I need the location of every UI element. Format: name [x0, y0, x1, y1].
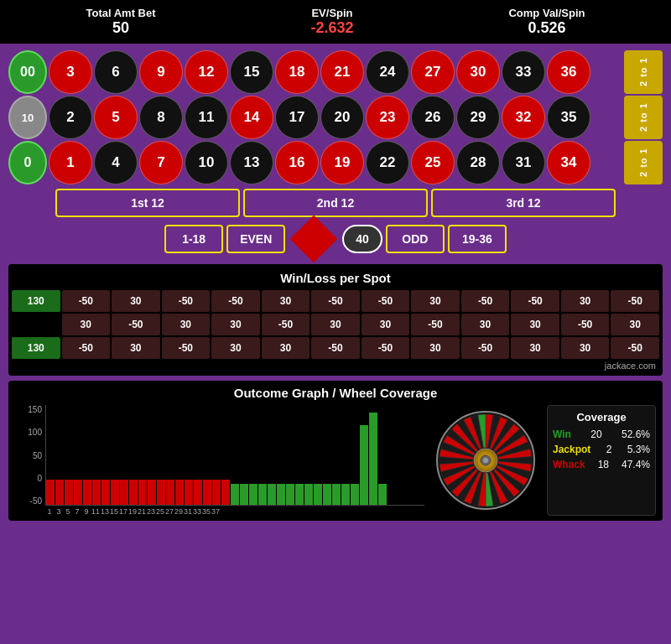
payout-2to1-bot[interactable]: 2 to 1	[624, 141, 663, 184]
comp-val-spin: Comp Val/Spin 0.526	[508, 7, 585, 37]
number-8[interactable]: 8	[139, 96, 183, 139]
number-16[interactable]: 16	[275, 141, 319, 184]
coverage-title: Coverage	[553, 411, 650, 423]
number-6[interactable]: 6	[94, 50, 138, 94]
number-7[interactable]: 7	[139, 141, 183, 184]
number-18[interactable]: 18	[275, 50, 319, 94]
wl-cell: -50	[262, 314, 310, 335]
bet-19-36[interactable]: 19-36	[448, 225, 507, 253]
number-11[interactable]: 11	[185, 96, 228, 139]
coverage-win-pct: 52.6%	[622, 428, 650, 440]
oval-0[interactable]: 0	[8, 141, 47, 184]
number-20[interactable]: 20	[320, 96, 364, 139]
bar	[101, 480, 110, 505]
bar	[295, 484, 304, 505]
dozen-2nd[interactable]: 2nd 12	[243, 189, 428, 217]
y-label-100: 100	[15, 428, 42, 437]
winloss-title: Win/Loss per Spot	[12, 267, 659, 290]
number-4[interactable]: 4	[94, 141, 138, 184]
bar	[369, 413, 377, 505]
wl-cell: 30	[411, 337, 460, 359]
bet-odd[interactable]: ODD	[386, 225, 445, 253]
number-21[interactable]: 21	[320, 50, 364, 94]
payout-2to1-mid[interactable]: 2 to 1	[624, 96, 663, 139]
wl-cell: 30	[62, 314, 111, 335]
bar	[157, 480, 165, 505]
number-15[interactable]: 15	[230, 50, 273, 94]
outcome-content: 150 100 50 0 -50 1 3 5 7 9 11 13 15 17 1…	[15, 405, 656, 516]
number-25[interactable]: 25	[411, 141, 455, 184]
wl-cell: -50	[511, 290, 559, 312]
bet-1-18[interactable]: 1-18	[164, 225, 223, 253]
number-10[interactable]: 10	[185, 141, 228, 184]
number-33[interactable]: 33	[502, 50, 545, 94]
jackace-credit: jackace.com	[12, 359, 659, 372]
number-35[interactable]: 35	[547, 96, 590, 139]
number-22[interactable]: 22	[366, 141, 409, 184]
number-1[interactable]: 1	[49, 141, 92, 184]
number-31[interactable]: 31	[502, 141, 545, 184]
number-36[interactable]: 36	[547, 50, 590, 94]
x-label: 3	[55, 507, 63, 516]
number-12[interactable]: 12	[185, 50, 228, 94]
oval-00[interactable]: 00	[8, 50, 47, 94]
bar	[175, 480, 184, 505]
dozen-3rd[interactable]: 3rd 12	[431, 189, 616, 217]
coverage-jackpot-label: Jackpot	[553, 444, 590, 455]
bar	[286, 484, 294, 505]
bar	[304, 484, 313, 505]
payout-2to1-top[interactable]: 2 to 1	[624, 50, 663, 94]
x-label: 25	[156, 507, 164, 516]
number-30[interactable]: 30	[456, 50, 500, 94]
number-19[interactable]: 19	[320, 141, 364, 184]
wl-cell: 30	[162, 314, 211, 335]
wl-cell: -50	[611, 337, 659, 359]
x-label: 35	[202, 507, 211, 516]
number-32[interactable]: 32	[502, 96, 545, 139]
number-24[interactable]: 24	[366, 50, 409, 94]
total-amt-bet: Total Amt Bet 50	[86, 7, 155, 37]
number-23[interactable]: 23	[366, 96, 409, 139]
number-13[interactable]: 13	[230, 141, 273, 184]
x-label: 23	[147, 507, 155, 516]
bet-even[interactable]: EVEN	[226, 225, 285, 253]
number-2[interactable]: 2	[49, 96, 92, 139]
number-26[interactable]: 26	[411, 96, 455, 139]
coverage-whack-count: 18	[598, 459, 609, 470]
bar	[148, 480, 156, 505]
x-label: 21	[138, 507, 146, 516]
betting-row: 1-18 EVEN 40 ODD 19-36	[8, 222, 663, 256]
bar	[138, 480, 147, 505]
number-14[interactable]: 14	[230, 96, 273, 139]
wl-cell: 30	[461, 314, 510, 335]
wl-cell: -50	[611, 290, 659, 312]
wl-cell: 30	[511, 337, 559, 359]
x-label: 17	[119, 507, 127, 516]
green-col: 00 10 0	[8, 50, 47, 184]
number-34[interactable]: 34	[547, 141, 590, 184]
number-17[interactable]: 17	[275, 96, 319, 139]
wl-cell: 30	[311, 314, 360, 335]
number-3[interactable]: 3	[49, 50, 92, 94]
roulette-section: 00 10 0 3 6 9 12 15 18 21 24 27 30 33 36	[0, 44, 671, 259]
wl-cell: -50	[362, 337, 410, 359]
number-29[interactable]: 29	[456, 96, 500, 139]
wl-cell: 30	[112, 337, 160, 359]
number-5[interactable]: 5	[94, 96, 138, 139]
wl-cell: -50	[362, 290, 410, 312]
bet-40[interactable]: 40	[342, 225, 382, 253]
wl-cell: -50	[112, 314, 160, 335]
total-amt-bet-value: 50	[86, 19, 155, 37]
number-28[interactable]: 28	[456, 141, 500, 184]
number-27[interactable]: 27	[411, 50, 455, 94]
bar	[212, 480, 221, 505]
ev-spin-value: -2.632	[310, 19, 353, 37]
grid-main: 3 6 9 12 15 18 21 24 27 30 33 36 2 5 8 1…	[49, 50, 622, 184]
y-label-50: 50	[15, 451, 42, 460]
oval-10[interactable]: 10	[8, 96, 47, 139]
y-label-0: 0	[15, 474, 42, 483]
grid-row-2: 2 5 8 11 14 17 20 23 26 29 32 35	[49, 96, 622, 139]
dozen-1st[interactable]: 1st 12	[55, 189, 240, 217]
bet-diamond[interactable]	[290, 216, 338, 263]
number-9[interactable]: 9	[139, 50, 183, 94]
